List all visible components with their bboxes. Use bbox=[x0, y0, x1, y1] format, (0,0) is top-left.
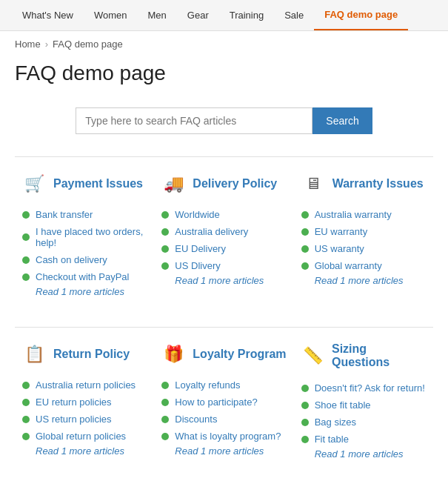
list-item: Worldwide bbox=[161, 206, 286, 223]
article-link[interactable]: Fit table bbox=[315, 434, 349, 445]
category-items-sizing: Doesn't fit? Ask for return!Shoe fit tab… bbox=[301, 379, 426, 448]
nav-item-gear[interactable]: Gear bbox=[177, 1, 219, 30]
category-sizing: 📏Sizing QuestionsDoesn't fit? Ask for re… bbox=[294, 327, 433, 467]
bullet-dot bbox=[301, 419, 309, 426]
category-title-loyalty: Loyalty Program bbox=[193, 348, 286, 361]
read-more-link-return[interactable]: Read 1 more articles bbox=[22, 445, 124, 457]
article-link[interactable]: Australia return policies bbox=[36, 379, 136, 391]
article-link[interactable]: Doesn't fit? Ask for return! bbox=[315, 382, 425, 394]
bullet-dot bbox=[161, 399, 169, 406]
list-item: Discounts bbox=[161, 411, 286, 428]
category-items-return: Australia return policiesEU return polic… bbox=[22, 376, 147, 445]
list-item: Loyalty refunds bbox=[161, 376, 286, 394]
category-header-return: 📋Return Policy bbox=[22, 335, 147, 366]
nav-item-whats-new[interactable]: What's New bbox=[12, 1, 84, 30]
list-item: US return policies bbox=[22, 411, 147, 428]
list-item: What is loyalty program? bbox=[161, 428, 286, 445]
read-more-link-warranty[interactable]: Read 1 more articles bbox=[301, 275, 404, 286]
category-header-warranty: 🖥Warranty Issues bbox=[301, 165, 426, 196]
category-icon-payment: 🛒 bbox=[22, 172, 46, 196]
article-link[interactable]: EU return policies bbox=[36, 397, 112, 408]
main-nav: What's NewWomenMenGearTrainingSaleFAQ de… bbox=[0, 0, 448, 31]
bullet-dot bbox=[161, 245, 169, 253]
nav-item-sale[interactable]: Sale bbox=[274, 1, 314, 30]
article-link[interactable]: Worldwide bbox=[175, 209, 219, 220]
category-payment: 🛒Payment IssuesBank transferI have place… bbox=[15, 156, 154, 305]
category-items-delivery: WorldwideAustralia deliveryEU DeliveryUS… bbox=[161, 206, 286, 274]
article-link[interactable]: EU warranty bbox=[315, 226, 368, 237]
category-title-warranty: Warranty Issues bbox=[332, 177, 424, 190]
bullet-dot bbox=[22, 399, 30, 406]
category-loyalty: 🎁Loyalty ProgramLoyalty refundsHow to pa… bbox=[154, 327, 293, 467]
article-link[interactable]: Checkout with PayPal bbox=[36, 271, 129, 282]
list-item: Australia delivery bbox=[161, 223, 286, 240]
article-link[interactable]: Bank transfer bbox=[36, 209, 93, 220]
article-link[interactable]: I have placed two orders, help! bbox=[36, 226, 147, 248]
article-link[interactable]: Global return policies bbox=[36, 431, 126, 442]
bullet-dot bbox=[161, 433, 169, 440]
article-link[interactable]: Loyalty refunds bbox=[175, 379, 240, 391]
bullet-dot bbox=[161, 416, 169, 423]
search-button[interactable]: Search bbox=[312, 107, 372, 134]
list-item: I have placed two orders, help! bbox=[22, 223, 147, 251]
category-header-payment: 🛒Payment Issues bbox=[22, 165, 147, 196]
list-item: Doesn't fit? Ask for return! bbox=[301, 379, 426, 397]
read-more-link-delivery[interactable]: Read 1 more articles bbox=[161, 275, 264, 286]
category-icon-sizing: 📏 bbox=[301, 344, 324, 368]
category-header-delivery: 🚚Delivery Policy bbox=[161, 165, 286, 196]
list-item: US Dlivery bbox=[161, 257, 286, 274]
article-link[interactable]: US return policies bbox=[36, 414, 112, 425]
nav-item-women[interactable]: Women bbox=[84, 1, 138, 30]
category-delivery: 🚚Delivery PolicyWorldwideAustralia deliv… bbox=[154, 156, 293, 305]
nav-item-training[interactable]: Training bbox=[219, 1, 274, 30]
article-link[interactable]: Global warranty bbox=[315, 260, 382, 271]
list-item: EU warranty bbox=[301, 223, 426, 240]
bullet-dot bbox=[22, 382, 30, 389]
list-item: Global warranty bbox=[301, 257, 426, 274]
list-item: How to participate? bbox=[161, 394, 286, 411]
article-link[interactable]: US Dlivery bbox=[175, 260, 220, 271]
category-items-warranty: Australia warrantyEU warrantyUS warantyG… bbox=[301, 206, 426, 274]
list-item: US waranty bbox=[301, 240, 426, 257]
category-return: 📋Return PolicyAustralia return policiesE… bbox=[15, 327, 154, 467]
bullet-dot bbox=[301, 211, 309, 219]
article-link[interactable]: What is loyalty program? bbox=[175, 431, 281, 442]
article-link[interactable]: Australia warranty bbox=[315, 209, 392, 220]
bullet-dot bbox=[22, 256, 30, 264]
bullet-dot bbox=[161, 382, 169, 389]
article-link[interactable]: Shoe fit table bbox=[315, 399, 371, 411]
list-item: EU Delivery bbox=[161, 240, 286, 257]
read-more-link-payment[interactable]: Read 1 more articles bbox=[22, 286, 124, 297]
page-title: FAQ demo page bbox=[0, 57, 448, 100]
bullet-dot bbox=[22, 433, 30, 440]
category-header-loyalty: 🎁Loyalty Program bbox=[161, 335, 286, 366]
search-section: Search bbox=[0, 100, 448, 156]
breadcrumb: Home › FAQ demo page bbox=[0, 31, 448, 57]
read-more-link-loyalty[interactable]: Read 1 more articles bbox=[161, 445, 264, 457]
search-input[interactable] bbox=[76, 107, 312, 134]
bullet-dot bbox=[301, 245, 309, 253]
breadcrumb-home[interactable]: Home bbox=[15, 39, 41, 50]
category-title-delivery: Delivery Policy bbox=[193, 177, 277, 190]
article-link[interactable]: US waranty bbox=[315, 243, 364, 254]
bullet-dot bbox=[301, 402, 309, 409]
categories-row-2: 📋Return PolicyAustralia return policiesE… bbox=[15, 327, 433, 467]
bullet-dot bbox=[301, 385, 309, 392]
article-link[interactable]: Australia delivery bbox=[175, 226, 248, 237]
article-link[interactable]: Bag sizes bbox=[315, 417, 356, 428]
read-more-link-sizing[interactable]: Read 1 more articles bbox=[301, 448, 404, 460]
category-icon-loyalty: 🎁 bbox=[161, 342, 185, 366]
list-item: Bank transfer bbox=[22, 206, 147, 223]
category-items-payment: Bank transferI have placed two orders, h… bbox=[22, 206, 147, 285]
nav-item-men[interactable]: Men bbox=[138, 1, 177, 30]
bullet-dot bbox=[161, 262, 169, 270]
bullet-dot bbox=[301, 262, 309, 270]
nav-item-faq-demo-page[interactable]: FAQ demo page bbox=[314, 0, 408, 30]
article-link[interactable]: Cash on delivery bbox=[36, 254, 107, 265]
article-link[interactable]: How to participate? bbox=[175, 397, 257, 408]
breadcrumb-current: FAQ demo page bbox=[53, 39, 123, 50]
breadcrumb-separator: › bbox=[45, 39, 48, 50]
article-link[interactable]: Discounts bbox=[175, 414, 217, 425]
bullet-dot bbox=[161, 228, 169, 236]
article-link[interactable]: EU Delivery bbox=[175, 243, 226, 254]
